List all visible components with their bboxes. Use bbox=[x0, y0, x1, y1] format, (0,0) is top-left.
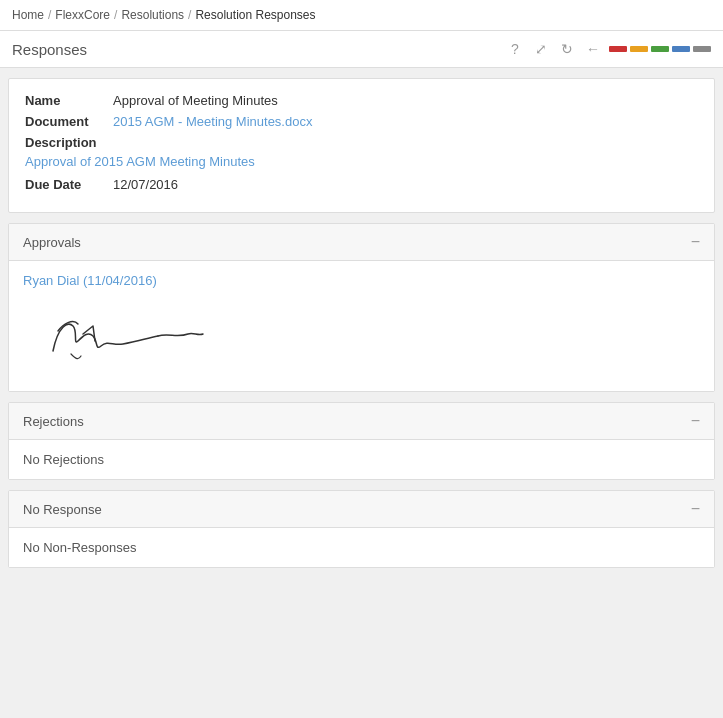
description-block: Description Approval of 2015 AGM Meeting… bbox=[25, 135, 698, 169]
name-label: Name bbox=[25, 93, 105, 108]
approvals-body: Ryan Dial (11/04/2016) bbox=[9, 261, 714, 391]
color-dot-red bbox=[609, 46, 627, 52]
breadcrumb-flexxcore[interactable]: FlexxCore bbox=[55, 8, 110, 22]
due-date-label: Due Date bbox=[25, 177, 105, 192]
description-value: Approval of 2015 AGM Meeting Minutes bbox=[25, 154, 698, 169]
name-value: Approval of Meeting Minutes bbox=[113, 93, 278, 108]
rejections-header: Rejections − bbox=[9, 403, 714, 440]
page-header: Responses ? ⤢ ↻ ← bbox=[0, 31, 723, 68]
toolbar-icons: ? ⤢ ↻ ← bbox=[505, 39, 711, 59]
approvals-header: Approvals − bbox=[9, 224, 714, 261]
breadcrumb-sep-2: / bbox=[114, 8, 117, 22]
no-response-toggle[interactable]: − bbox=[691, 501, 700, 517]
back-icon[interactable]: ← bbox=[583, 39, 603, 59]
signature-image bbox=[23, 296, 223, 376]
refresh-icon[interactable]: ↻ bbox=[557, 39, 577, 59]
rejections-toggle[interactable]: − bbox=[691, 413, 700, 429]
color-dot-blue bbox=[672, 46, 690, 52]
breadcrumb-sep-3: / bbox=[188, 8, 191, 22]
document-label: Document bbox=[25, 114, 105, 129]
main-content: Name Approval of Meeting Minutes Documen… bbox=[0, 68, 723, 578]
color-dot-gray bbox=[693, 46, 711, 52]
breadcrumb: Home / FlexxCore / Resolutions / Resolut… bbox=[0, 0, 723, 31]
name-row: Name Approval of Meeting Minutes bbox=[25, 93, 698, 108]
page-title: Responses bbox=[12, 41, 87, 58]
info-card: Name Approval of Meeting Minutes Documen… bbox=[8, 78, 715, 213]
description-label: Description bbox=[25, 135, 698, 150]
approval-person: Ryan Dial (11/04/2016) bbox=[23, 273, 700, 288]
due-date-row: Due Date 12/07/2016 bbox=[25, 177, 698, 192]
breadcrumb-sep-1: / bbox=[48, 8, 51, 22]
color-dot-green bbox=[651, 46, 669, 52]
document-row: Document 2015 AGM - Meeting Minutes.docx bbox=[25, 114, 698, 129]
rejections-card: Rejections − No Rejections bbox=[8, 402, 715, 480]
breadcrumb-current: Resolution Responses bbox=[195, 8, 315, 22]
rejections-body: No Rejections bbox=[9, 440, 714, 479]
rejections-title: Rejections bbox=[23, 414, 84, 429]
due-date-value: 12/07/2016 bbox=[113, 177, 178, 192]
no-response-body: No Non-Responses bbox=[9, 528, 714, 567]
no-non-responses-text: No Non-Responses bbox=[23, 540, 136, 555]
no-response-header: No Response − bbox=[9, 491, 714, 528]
approvals-title: Approvals bbox=[23, 235, 81, 250]
no-response-title: No Response bbox=[23, 502, 102, 517]
help-icon[interactable]: ? bbox=[505, 39, 525, 59]
color-bar bbox=[609, 46, 711, 52]
breadcrumb-home[interactable]: Home bbox=[12, 8, 44, 22]
no-rejections-text: No Rejections bbox=[23, 452, 104, 467]
approval-person-date: (11/04/2016) bbox=[83, 273, 157, 288]
color-dot-orange bbox=[630, 46, 648, 52]
approval-person-name: Ryan Dial bbox=[23, 273, 79, 288]
document-link[interactable]: 2015 AGM - Meeting Minutes.docx bbox=[113, 114, 312, 129]
expand-icon[interactable]: ⤢ bbox=[531, 39, 551, 59]
breadcrumb-resolutions[interactable]: Resolutions bbox=[121, 8, 184, 22]
approvals-card: Approvals − Ryan Dial (11/04/2016) bbox=[8, 223, 715, 392]
approvals-toggle[interactable]: − bbox=[691, 234, 700, 250]
no-response-card: No Response − No Non-Responses bbox=[8, 490, 715, 568]
